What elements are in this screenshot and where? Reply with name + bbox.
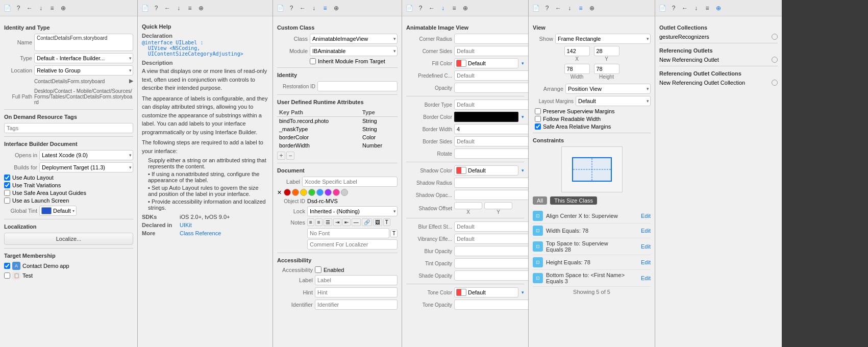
notes-table[interactable]: T (383, 218, 390, 226)
ref-outlet-circle[interactable] (772, 57, 778, 63)
down-icon-4[interactable]: ↓ (439, 4, 447, 12)
runtime-add-btn[interactable]: + (277, 152, 285, 160)
back-icon-4[interactable]: ← (428, 4, 436, 12)
corner-sides-input[interactable] (454, 46, 528, 56)
list-icon-4[interactable]: ≡ (450, 4, 458, 12)
border-color-dropdown[interactable]: ▾ (522, 114, 524, 119)
list-icon[interactable]: ≡ (48, 4, 56, 12)
shade-opacity-input[interactable] (454, 270, 528, 281)
constraint-3-edit[interactable]: Edit (641, 243, 651, 250)
doc-icon-6[interactable]: 📄 (658, 4, 666, 12)
blur-effect-input[interactable] (454, 221, 528, 232)
global-tint-btn[interactable]: Default ▾ (39, 206, 77, 216)
launch-screen-checkbox[interactable] (4, 197, 10, 204)
arrange-select[interactable]: Position View (565, 84, 651, 94)
shadow-dropdown[interactable]: ▾ (522, 168, 524, 173)
back-icon-6[interactable]: ← (681, 4, 689, 12)
location-select[interactable]: Relative to Group (34, 65, 133, 76)
doc-icon[interactable]: 📄 (3, 4, 11, 12)
target2-checkbox[interactable] (4, 272, 10, 279)
doc-icon-4[interactable]: 📄 (405, 4, 413, 12)
tone-opacity-input[interactable] (454, 300, 528, 310)
type-select[interactable]: Default - Interface Builder... (34, 53, 133, 63)
auto-layout-checkbox[interactable] (4, 175, 10, 181)
help-icon-3[interactable]: ? (287, 4, 295, 12)
notes-align-center[interactable]: ≡ (315, 218, 323, 226)
doc-icon-2[interactable]: 📄 (141, 4, 149, 12)
color-red[interactable] (284, 189, 291, 196)
help-icon-6[interactable]: ? (669, 4, 678, 12)
notes-outdent[interactable]: ⇤ (342, 218, 351, 226)
back-icon-5[interactable]: ← (554, 4, 562, 12)
follow-checkbox[interactable] (535, 116, 541, 122)
tint-opacity-input[interactable] (454, 258, 528, 268)
fill-color-btn[interactable]: Default (454, 58, 518, 68)
shadow-radius-input[interactable] (454, 178, 528, 188)
notes-dash[interactable]: — (352, 218, 361, 226)
comment-input[interactable] (307, 239, 398, 250)
list-icon-2[interactable]: ≡ (186, 4, 194, 12)
notes-link[interactable]: 🔗 (362, 218, 372, 226)
rotate-input[interactable] (454, 148, 528, 159)
y-input[interactable] (594, 46, 619, 56)
back-icon-2[interactable]: ← (163, 4, 171, 12)
class-select[interactable]: AnimatableImageView (310, 34, 398, 44)
down-icon-3[interactable]: ↓ (310, 4, 318, 12)
fill-color-dropdown[interactable]: ▾ (522, 61, 524, 66)
name-input[interactable]: ContactDetailsForm.storyboard (34, 34, 133, 51)
shadow-y-input[interactable] (484, 202, 512, 209)
all-size-class-btn[interactable]: All (533, 196, 547, 205)
constraint-1-edit[interactable]: Edit (641, 213, 651, 219)
color-orange[interactable] (292, 189, 299, 196)
constraint-5-edit[interactable]: Edit (641, 275, 651, 281)
notes-list[interactable]: ☰ (324, 218, 332, 226)
color-purple[interactable] (325, 189, 332, 196)
notes-align-left[interactable]: ≡ (307, 218, 314, 226)
help-icon-2[interactable]: ? (152, 4, 160, 12)
accessibility-checkbox[interactable] (315, 266, 321, 273)
down-icon[interactable]: ↓ (37, 4, 45, 12)
tone-dropdown[interactable]: ▾ (522, 290, 524, 295)
target1-checkbox[interactable] (4, 263, 10, 269)
builds-for-select[interactable]: Deployment Target (11.3) (39, 162, 133, 172)
add-icon-5[interactable]: ⊕ (588, 4, 596, 12)
predefined-input[interactable] (454, 70, 528, 81)
corner-radius-input[interactable] (454, 34, 528, 44)
trait-variations-checkbox[interactable] (4, 182, 10, 188)
down-icon-2[interactable]: ↓ (175, 4, 183, 12)
help-icon[interactable]: ? (14, 4, 22, 12)
add-icon-4[interactable]: ⊕ (461, 4, 469, 12)
color-gray[interactable] (341, 189, 348, 196)
back-icon-3[interactable]: ← (299, 4, 307, 12)
x-input[interactable] (564, 46, 590, 56)
shadow-x-input[interactable] (454, 202, 482, 209)
doc-icon-3[interactable]: 📄 (276, 4, 284, 12)
border-sides-input[interactable] (454, 136, 528, 146)
tone-color-btn[interactable]: Default (454, 287, 518, 298)
safe-area-checkbox[interactable] (4, 190, 10, 196)
list-icon-3[interactable]: ≡ (321, 4, 329, 12)
this-size-class-btn[interactable]: This Size Class (550, 196, 597, 205)
x-icon[interactable]: ✕ (277, 189, 282, 196)
access-label-input[interactable] (315, 275, 398, 285)
shadow-opacity-input[interactable] (454, 190, 528, 200)
back-icon[interactable]: ← (26, 4, 34, 12)
add-icon-2[interactable]: ⊕ (197, 4, 205, 12)
doc-icon-5[interactable]: 📄 (532, 4, 540, 12)
color-green[interactable] (308, 189, 315, 196)
add-icon-6[interactable]: ⊕ (714, 4, 723, 12)
width-input[interactable] (564, 64, 590, 74)
help-icon-5[interactable]: ? (543, 4, 551, 12)
gesture-outlet-circle[interactable] (772, 34, 778, 40)
constraint-2-edit[interactable]: Edit (641, 228, 651, 234)
shadow-color-btn[interactable]: Default (454, 165, 518, 176)
localize-button[interactable]: Localize... (4, 233, 133, 245)
opens-in-select[interactable]: Latest Xcode (9.0) (39, 150, 133, 160)
color-blue[interactable] (316, 189, 324, 196)
runtime-remove-btn[interactable]: − (286, 152, 294, 160)
border-width-input[interactable] (454, 124, 528, 134)
vibrancy-input[interactable] (454, 234, 528, 244)
font-input[interactable] (307, 228, 389, 238)
height-input[interactable] (594, 64, 619, 74)
doc-label-input[interactable] (302, 177, 398, 187)
